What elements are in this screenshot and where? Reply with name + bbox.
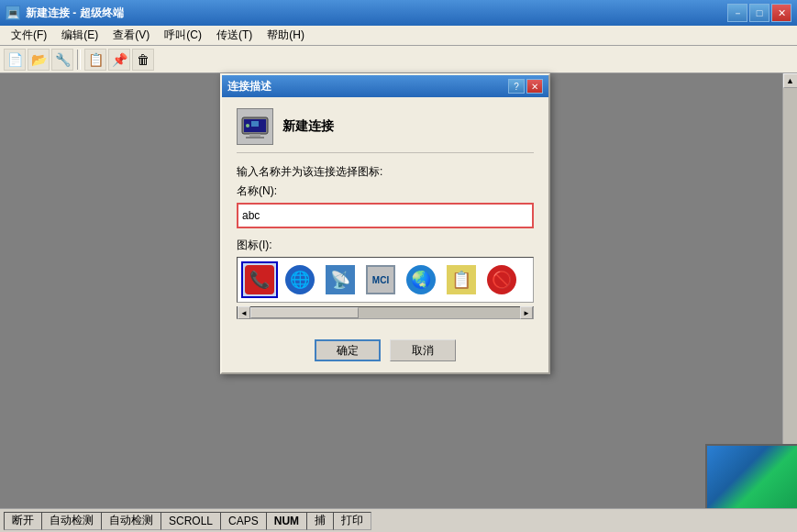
svg-rect-3 — [246, 137, 264, 139]
properties-button[interactable]: 🔧 — [51, 49, 73, 71]
icon-delete[interactable]: 🚫 — [483, 261, 520, 298]
open-button[interactable]: 📂 — [28, 49, 50, 71]
copy-button[interactable]: 📋 — [84, 49, 106, 71]
paste-button[interactable]: 📌 — [108, 49, 130, 71]
icon-mci[interactable]: MCI — [362, 261, 399, 298]
icon-doc[interactable]: 📋 — [443, 261, 480, 298]
clear-button[interactable]: 🗑 — [132, 49, 154, 71]
icon-globe2[interactable]: 🌏 — [403, 261, 439, 298]
menu-file[interactable]: 文件(F) — [4, 26, 54, 45]
minimize-button[interactable]: － — [727, 4, 747, 22]
icon-scroll-track — [250, 307, 520, 318]
new-button[interactable]: 📄 — [4, 49, 26, 71]
menu-bar: 文件(F) 编辑(E) 查看(V) 呼叫(C) 传送(T) 帮助(H) — [0, 26, 797, 46]
main-scrollbar[interactable]: ▲ ▼ — [782, 73, 797, 508]
title-bar: 💻 新建连接 - 超级终端 － □ ✕ — [0, 0, 797, 26]
corner-thumbnail — [705, 444, 797, 508]
auto-detect-status1: 自动检测 — [41, 512, 101, 530]
cancel-button[interactable]: 取消 — [390, 339, 456, 361]
icon-phone[interactable]: 📞 — [241, 261, 278, 298]
maximize-button[interactable]: □ — [749, 4, 769, 22]
icon-strip: 📞 🌐 📡 MCI 🌏 📋 🚫 — [241, 261, 529, 298]
dialog-body: 新建连接 输入名称并为该连接选择图标: 名称(N): 图标(I): 📞 🌐 📡 … — [222, 97, 548, 372]
scroll-status: SCROLL — [161, 512, 220, 530]
print-status: 打印 — [333, 512, 371, 530]
dialog-header-icon — [237, 108, 273, 145]
disconnect-status: 断开 — [4, 512, 41, 530]
dialog-title-text: 连接描述 — [227, 79, 508, 94]
capture-status: 捕 — [306, 512, 333, 530]
icon-scroll-right[interactable]: ► — [520, 306, 533, 319]
status-bar: 断开 自动检测 自动检测 SCROLL CAPS NUM 捕 打印 — [0, 508, 797, 532]
svg-rect-4 — [251, 121, 259, 127]
num-status: NUM — [266, 512, 306, 530]
menu-edit[interactable]: 编辑(E) — [54, 26, 105, 45]
dialog-help-button[interactable]: ? — [508, 79, 525, 94]
instruction-label: 输入名称并为该连接选择图标: — [237, 164, 534, 180]
icon-label: 图标(I): — [237, 238, 534, 253]
icon-globe[interactable]: 🌐 — [282, 261, 318, 298]
icon-strip-container: 📞 🌐 📡 MCI 🌏 📋 🚫 — [237, 257, 534, 303]
menu-call[interactable]: 呼叫(C) — [157, 26, 209, 45]
dialog-title-bar: 连接描述 ? ✕ — [222, 75, 548, 97]
scroll-track — [783, 88, 797, 493]
icon-scroll-left[interactable]: ◄ — [238, 306, 250, 319]
icon-scroll-thumb — [250, 307, 359, 318]
window-controls: － □ ✕ — [727, 4, 791, 22]
app-title: 新建连接 - 超级终端 — [26, 6, 727, 21]
connection-dialog: 连接描述 ? ✕ 新建连接 输入名称并为该连接选择图标: 名称(N): — [220, 73, 550, 374]
name-input[interactable] — [238, 205, 532, 227]
dialog-header-title: 新建连接 — [282, 118, 334, 135]
name-input-wrapper — [237, 203, 534, 228]
svg-point-5 — [246, 124, 249, 127]
name-label: 名称(N): — [237, 183, 534, 199]
icon-scrollbar[interactable]: ◄ ► — [237, 306, 534, 319]
menu-transfer[interactable]: 传送(T) — [209, 26, 260, 45]
dialog-footer: 确定 取消 — [237, 332, 534, 361]
menu-help[interactable]: 帮助(H) — [260, 26, 312, 45]
close-button[interactable]: ✕ — [771, 4, 791, 22]
caps-status: CAPS — [220, 512, 266, 530]
toolbar: 📄 📂 🔧 📋 📌 🗑 — [0, 46, 797, 73]
svg-rect-2 — [249, 134, 260, 137]
icon-satellite[interactable]: 📡 — [322, 261, 359, 298]
scroll-up-arrow[interactable]: ▲ — [783, 73, 798, 88]
confirm-button[interactable]: 确定 — [315, 339, 381, 361]
app-icon: 💻 — [6, 6, 20, 20]
dialog-controls: ? ✕ — [508, 79, 543, 94]
auto-detect-status2: 自动检测 — [101, 512, 161, 530]
toolbar-separator-1 — [77, 50, 81, 70]
dialog-close-button[interactable]: ✕ — [526, 79, 543, 94]
menu-view[interactable]: 查看(V) — [105, 26, 157, 45]
dialog-header: 新建连接 — [237, 108, 534, 153]
